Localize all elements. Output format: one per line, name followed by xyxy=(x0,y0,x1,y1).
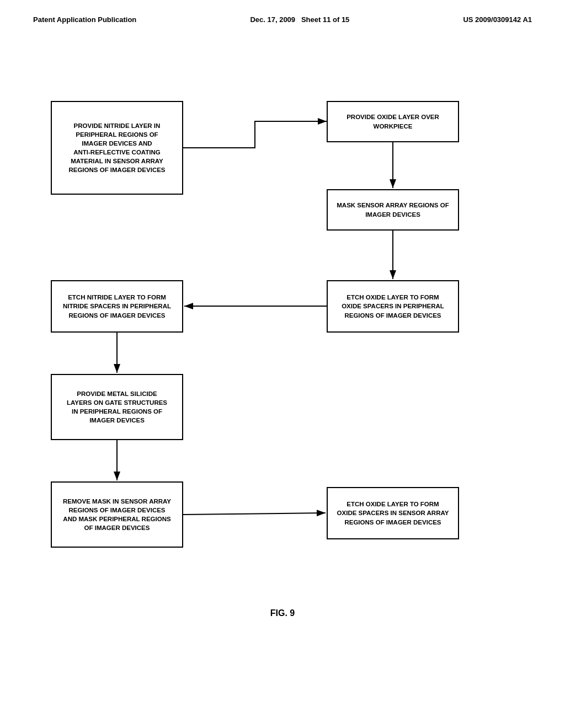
arrow-box1-to-box2 xyxy=(183,121,327,148)
box-etch-oxide-peripheral: ETCH OXIDE LAYER TO FORM OXIDE SPACERS I… xyxy=(327,280,459,333)
box-etch-nitride-layer: ETCH NITRIDE LAYER TO FORM NITRIDE SPACE… xyxy=(51,280,183,333)
box-etch-oxide-sensor: ETCH OXIDE LAYER TO FORM OXIDE SPACERS I… xyxy=(327,487,459,539)
page: Patent Application Publication Dec. 17, … xyxy=(0,0,565,728)
box-remove-mask: REMOVE MASK IN SENSOR ARRAY REGIONS OF I… xyxy=(51,481,183,548)
diagram-area: PROVIDE NITRIDE LAYER IN PERIPHERAL REGI… xyxy=(34,57,531,597)
figure-label: FIG. 9 xyxy=(0,608,565,618)
box-provide-metal-silicide: PROVIDE METAL SILICIDE LAYERS ON GATE ST… xyxy=(51,374,183,440)
header-date: Dec. 17, 2009 Sheet 11 of 15 xyxy=(250,15,349,24)
box-provide-nitride-layer: PROVIDE NITRIDE LAYER IN PERIPHERAL REGI… xyxy=(51,101,183,195)
box-provide-oxide-layer: PROVIDE OXIDE LAYER OVER WORKPIECE xyxy=(327,101,459,142)
header: Patent Application Publication Dec. 17, … xyxy=(0,0,565,24)
header-patent-number: US 2009/0309142 A1 xyxy=(463,15,532,24)
header-publication-label: Patent Application Publication xyxy=(33,15,136,24)
arrow-box7-to-box8 xyxy=(183,513,326,515)
box-mask-sensor-array: MASK SENSOR ARRAY REGIONS OF IMAGER DEVI… xyxy=(327,189,459,231)
